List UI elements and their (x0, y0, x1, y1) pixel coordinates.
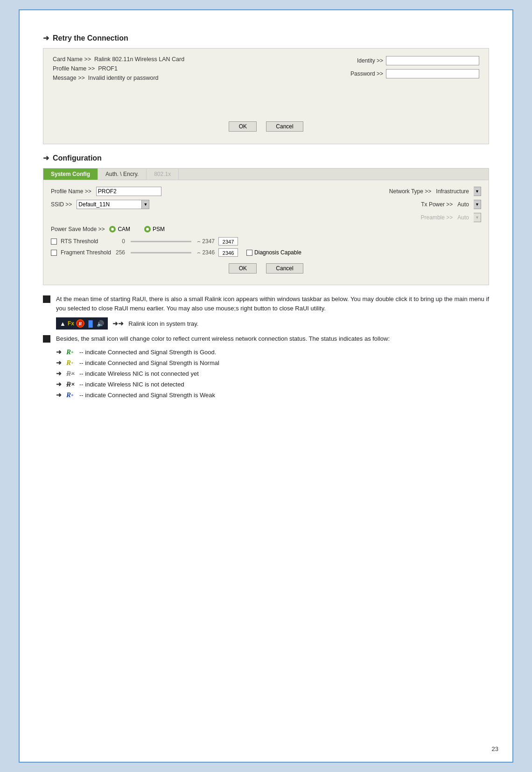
tx-power-dropdown[interactable]: ▼ (474, 200, 481, 209)
bullet-item-1: At the mean time of starting RaUI, there… (43, 295, 489, 313)
diagnosis-label: Diagnosis Capable (254, 249, 301, 256)
config-title: Configuration (53, 154, 102, 162)
preamble-dropdown: ▼ (474, 213, 481, 222)
bullet-text-1: At the mean time of starting RaUI, there… (56, 295, 489, 313)
psm-radio[interactable]: PSM (144, 226, 165, 232)
status-text-4: -- indicate Connected and Signal Strengt… (79, 392, 215, 399)
status-list: ➜ R+ -- indicate Connected and Signal St… (56, 348, 489, 399)
network-type-dropdown[interactable]: ▼ (474, 187, 481, 196)
config-panel: System Config Auth. \ Encry. 802.1x Prof… (43, 168, 489, 285)
status-text-2: -- indicate Wireless NIC is not connecte… (79, 370, 199, 377)
password-input[interactable] (386, 69, 479, 78)
config-cancel-button[interactable]: Cancel (266, 263, 303, 274)
tab-8021x: 802.1x (147, 168, 179, 180)
rts-max: ⌢ 2347 (197, 238, 215, 245)
power-save-label: Power Save Mode >> (51, 226, 105, 232)
rts-threshold-row: RTS Threshold 0 ⌢ 2347 2347 (51, 237, 481, 246)
rts-bar[interactable] (131, 241, 191, 242)
status-item-0: ➜ R+ -- indicate Connected and Signal St… (56, 348, 489, 356)
status-text-0: -- indicate Connected and Signal Strengt… (79, 349, 216, 356)
double-arrow-icon: ➜➜ (112, 320, 124, 327)
bullet-square-1 (43, 295, 50, 303)
ssid-label: SSID >> (51, 201, 72, 208)
tab-auth-encry[interactable]: Auth. \ Encry. (98, 168, 147, 180)
retry-title: Retry the Connection (53, 34, 128, 42)
retry-cancel-button[interactable]: Cancel (266, 121, 303, 132)
fragment-max: ⌢ 2346 (197, 249, 215, 256)
config-tab-bar: System Config Auth. \ Encry. 802.1x (43, 168, 489, 180)
status-arrow-1: ➜ (56, 359, 63, 366)
message-label: Message >> Invalid identity or password (53, 75, 174, 81)
profile-name-input-cfg[interactable] (96, 187, 161, 196)
tray-arrow-icon: ▲ (60, 320, 66, 327)
status-text-3: -- indicate Wireless NIC is not detected (79, 381, 184, 388)
tray-label: Ralink icon in system tray. (128, 320, 198, 327)
diagnosis-checkbox[interactable] (246, 250, 252, 256)
ssid-input[interactable] (77, 200, 142, 209)
fragment-min: 256 (116, 249, 125, 256)
retry-panel: Card Name >> Ralink 802.11n Wireless LAN… (43, 48, 489, 144)
config-ok-button[interactable]: OK (229, 263, 257, 274)
tray-r-icon: R (76, 319, 84, 328)
card-name-label: Card Name >> Ralink 802.11n Wireless LAN… (53, 56, 184, 63)
status-icon-3: R✕ (66, 380, 77, 388)
psm-radio-dot[interactable] (144, 226, 151, 232)
diagnosis-check[interactable]: Diagnosis Capable (246, 249, 301, 256)
status-arrow-4: ➜ (56, 391, 63, 399)
rts-min: 0 (116, 238, 125, 245)
tray-icon-area: ▲ Fx R ▐▌ 🔊 (56, 317, 108, 330)
rts-value[interactable]: 2347 (218, 237, 238, 246)
network-type-value: Infrastructure (436, 188, 469, 195)
preamble-value: Auto (457, 214, 469, 221)
profile-name-label: Profile Name >> PROF1 (53, 65, 174, 72)
tray-fx-icon: Fx (68, 320, 74, 327)
retry-arrow: ➜ (43, 34, 49, 42)
status-arrow-2: ➜ (56, 370, 63, 377)
profile-name-label-cfg: Profile Name >> (51, 188, 91, 195)
ssid-dropdown[interactable]: ▼ (142, 200, 149, 209)
identity-input[interactable] (386, 56, 479, 65)
status-icon-1: R+ (66, 359, 77, 367)
tray-row: ▲ Fx R ▐▌ 🔊 ➜➜ Ralink icon in system tra… (56, 317, 489, 330)
network-type-label: Network Type >> (389, 188, 432, 195)
tray-bars-icon: ▐▌ (86, 320, 95, 327)
bullet-item-2: Besides, the small icon will change colo… (43, 334, 489, 344)
fragment-bar[interactable] (131, 252, 191, 253)
tx-power-value: Auto (457, 201, 469, 208)
fragment-checkbox[interactable] (51, 250, 57, 256)
bullet-square-2 (43, 335, 50, 343)
cam-radio-dot[interactable] (109, 226, 116, 232)
rts-checkbox[interactable] (51, 239, 57, 245)
cam-radio[interactable]: CAM (109, 226, 130, 232)
page-container: ➜ Retry the Connection Card Name >> Rali… (19, 9, 513, 763)
status-arrow-3: ➜ (56, 380, 63, 388)
status-icon-0: R+ (66, 348, 77, 356)
fragment-threshold-row: Fragment Threshold 256 ⌢ 2346 2346 Diagn… (51, 248, 481, 257)
config-section-header: ➜ Configuration (43, 154, 489, 162)
retry-section-header: ➜ Retry the Connection (43, 34, 489, 42)
retry-ok-button[interactable]: OK (229, 121, 257, 132)
password-label: Password >> (346, 70, 383, 77)
cam-label: CAM (118, 226, 130, 232)
config-arrow: ➜ (43, 154, 49, 162)
tray-speaker-icon: 🔊 (97, 320, 104, 327)
tab-system-config[interactable]: System Config (43, 168, 98, 180)
bullet-text-2: Besides, the small icon will change colo… (56, 334, 390, 344)
preamble-label: Preamble >> (421, 214, 453, 221)
fragment-label: Fragment Threshold (61, 249, 112, 256)
status-icon-4: R+ (66, 391, 77, 399)
status-arrow-0: ➜ (56, 348, 63, 356)
status-text-1: -- indicate Connected and Signal Strengt… (79, 359, 219, 366)
page-number: 23 (492, 745, 498, 752)
fragment-value[interactable]: 2346 (218, 248, 238, 257)
status-item-2: ➜ R✕ -- indicate Wireless NIC is not con… (56, 370, 489, 378)
identity-label: Identity >> (346, 57, 383, 64)
status-item-1: ➜ R+ -- indicate Connected and Signal St… (56, 359, 489, 367)
status-item-3: ➜ R✕ -- indicate Wireless NIC is not det… (56, 380, 489, 388)
status-icon-2: R✕ (66, 370, 77, 378)
rts-label: RTS Threshold (61, 238, 112, 245)
tx-power-label: Tx Power >> (421, 201, 453, 208)
psm-label: PSM (153, 226, 165, 232)
config-body: Profile Name >> Network Type >> Infrastr… (43, 180, 489, 285)
status-item-4: ➜ R+ -- indicate Connected and Signal St… (56, 391, 489, 399)
